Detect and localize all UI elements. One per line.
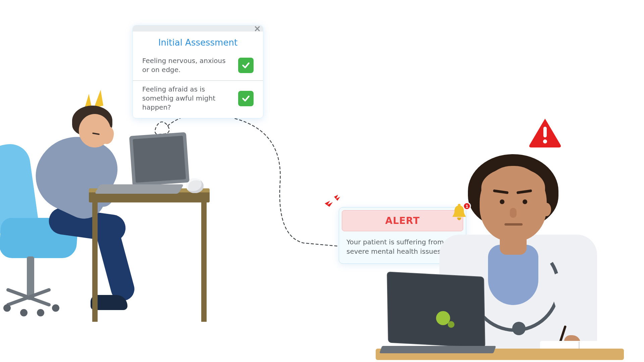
- bell-icon[interactable]: 1: [450, 203, 470, 224]
- assessment-title: Initial Assessment: [133, 38, 263, 48]
- assessment-item-text: Feeling nervous, anxious or on edge.: [142, 56, 229, 74]
- svg-rect-1: [543, 127, 547, 137]
- card-titlebar: ×: [133, 25, 263, 32]
- patient-illustration: [0, 87, 215, 322]
- doctor-illustration: [356, 147, 624, 362]
- assessment-item: Feeling nervous, anxious or on edge.: [133, 52, 263, 80]
- notification-badge: 1: [463, 202, 471, 210]
- laptop-icon: [387, 274, 485, 345]
- svg-point-0: [458, 204, 461, 206]
- laptop-icon: [131, 134, 188, 184]
- svg-point-2: [543, 139, 547, 143]
- checkbox-checked-icon[interactable]: [238, 58, 254, 73]
- checkbox-checked-icon[interactable]: [238, 91, 254, 106]
- close-icon[interactable]: ×: [254, 25, 261, 33]
- warning-triangle-icon: [528, 117, 562, 149]
